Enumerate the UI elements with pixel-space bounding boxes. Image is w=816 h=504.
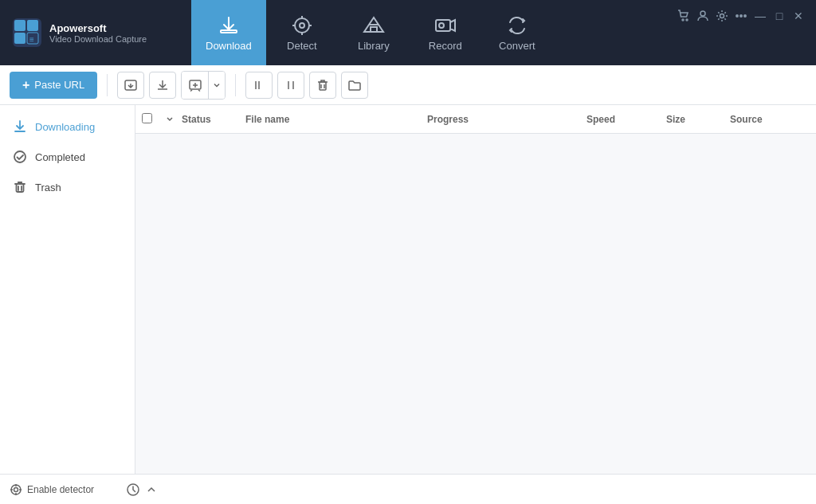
tab-download[interactable]: Download (191, 0, 266, 65)
maximize-button[interactable]: □ (771, 8, 787, 24)
svg-point-8 (300, 23, 304, 28)
trash-icon (13, 180, 27, 194)
timer-icon (126, 483, 140, 497)
import-url-button[interactable] (117, 72, 144, 99)
delete-icon (316, 78, 330, 92)
sidebar: Downloading Completed Trash (0, 105, 135, 474)
logo-area: ≡ Apowersoft Video Download Capture (0, 18, 191, 47)
select-all-checkbox[interactable] (142, 113, 152, 123)
statusbar: Enable detector (0, 474, 816, 504)
detect-tab-icon (291, 14, 313, 37)
separator-button[interactable] (277, 72, 304, 99)
cart-icon[interactable] (676, 8, 692, 24)
svg-point-38 (14, 487, 18, 491)
enable-detector-button[interactable]: Enable detector (10, 483, 94, 496)
th-source: Source (730, 114, 810, 125)
th-size: Size (666, 114, 730, 125)
tab-convert[interactable]: Convert (481, 0, 553, 65)
sidebar-item-trash-label: Trash (35, 182, 61, 193)
main-content: Downloading Completed Trash (0, 105, 816, 474)
record-tab-icon (434, 14, 457, 37)
svg-rect-1 (14, 20, 26, 31)
svg-marker-17 (450, 20, 455, 31)
svg-rect-6 (221, 30, 237, 33)
svg-rect-30 (320, 82, 326, 90)
table-body (135, 134, 816, 474)
sidebar-item-downloading[interactable]: Downloading (0, 111, 135, 142)
svg-rect-14 (371, 27, 377, 32)
convert-tab-icon (506, 14, 528, 37)
nav-tabs: Download Detect Library (191, 0, 666, 65)
th-arrow (166, 114, 182, 125)
separator-icon (284, 78, 298, 92)
th-speed: Speed (586, 114, 666, 125)
sidebar-item-completed[interactable]: Completed (0, 142, 135, 172)
minimize-button[interactable]: — (752, 8, 768, 24)
app-logo-icon: ≡ (13, 18, 41, 47)
svg-rect-34 (17, 184, 24, 192)
tab-library-label: Library (358, 40, 390, 52)
svg-point-19 (682, 19, 684, 21)
svg-point-18 (439, 23, 444, 28)
paste-url-label: Paste URL (34, 79, 84, 91)
titlebar: ≡ Apowersoft Video Download Capture Down… (0, 0, 816, 65)
tab-record[interactable]: Record (410, 0, 481, 65)
svg-point-20 (686, 19, 688, 21)
progress-timer-button[interactable] (126, 483, 140, 497)
svg-point-23 (736, 15, 738, 17)
svg-point-25 (744, 15, 746, 17)
pause-icon (252, 78, 266, 92)
svg-point-21 (700, 11, 705, 16)
completed-icon (13, 150, 27, 164)
open-folder-button[interactable] (341, 72, 368, 99)
plus-icon: + (22, 78, 29, 92)
toolbar-separator-1 (107, 74, 108, 96)
more-icon[interactable] (733, 8, 749, 24)
folder-icon (347, 78, 362, 92)
tab-detect[interactable]: Detect (266, 0, 338, 65)
add-dropdown-chevron-icon (213, 81, 221, 89)
download-tab-icon (218, 14, 240, 37)
table-header: Status File name Progress Speed Size Sou… (135, 105, 816, 134)
tab-detect-label: Detect (287, 40, 317, 52)
svg-point-24 (740, 15, 742, 17)
delete-button[interactable] (309, 72, 336, 99)
th-checkbox (142, 113, 166, 126)
downloading-icon (13, 119, 27, 134)
user-icon[interactable] (695, 8, 711, 24)
th-progress: Progress (427, 114, 586, 125)
tab-library[interactable]: Library (338, 0, 410, 65)
app-subtitle: Video Download Capture (49, 34, 147, 44)
svg-rect-2 (27, 20, 38, 31)
svg-point-33 (14, 151, 26, 162)
add-dropdown-button[interactable] (209, 72, 225, 99)
chevron-up-icon (147, 485, 156, 494)
th-status: Status (182, 114, 245, 125)
enable-detector-icon (10, 483, 22, 496)
th-filename: File name (245, 114, 427, 125)
close-button[interactable]: ✕ (790, 8, 806, 24)
settings-icon[interactable] (714, 8, 730, 24)
paste-url-button[interactable]: + Paste URL (10, 72, 97, 99)
add-icon (188, 78, 202, 92)
add-button[interactable] (182, 72, 209, 99)
tab-convert-label: Convert (499, 40, 536, 52)
add-button-group (181, 71, 226, 100)
pause-button[interactable] (245, 72, 273, 99)
tab-download-label: Download (206, 40, 252, 52)
download-button[interactable] (149, 72, 176, 99)
svg-point-7 (295, 18, 309, 33)
sidebar-item-completed-label: Completed (35, 151, 85, 163)
sidebar-item-trash[interactable]: Trash (0, 172, 135, 202)
chevron-up-button[interactable] (147, 485, 156, 494)
enable-detector-label: Enable detector (27, 484, 94, 495)
svg-text:≡: ≡ (29, 35, 34, 44)
logo-text: Apowersoft Video Download Capture (49, 22, 147, 44)
import-url-icon (124, 78, 138, 92)
toolbar-separator-2 (235, 74, 236, 96)
content-area: Status File name Progress Speed Size Sou… (135, 105, 816, 474)
download-icon (155, 78, 170, 92)
svg-rect-3 (14, 33, 26, 44)
app-name: Apowersoft (49, 22, 147, 34)
window-controls: — □ ✕ (666, 0, 816, 24)
